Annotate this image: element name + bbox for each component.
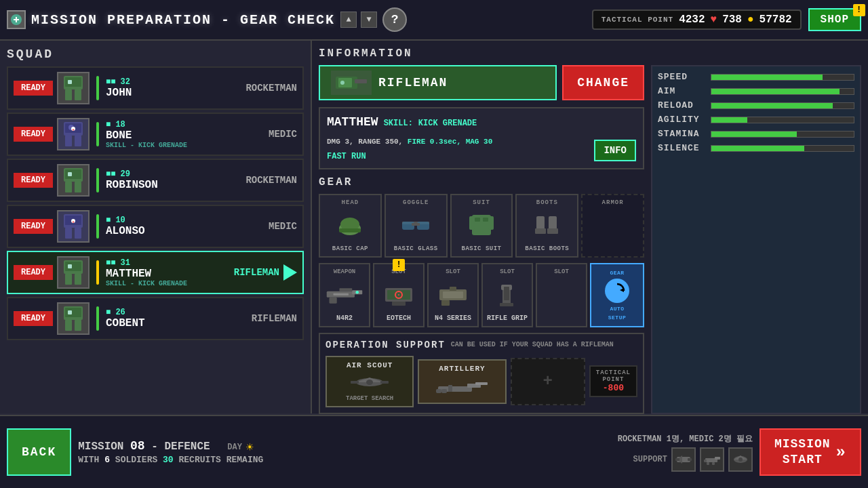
gem-value: 738: [722, 14, 742, 26]
gem-icon: ♥: [711, 14, 717, 26]
svg-rect-83: [475, 382, 488, 385]
resize-btn[interactable]: ▼: [361, 12, 377, 28]
gear-head[interactable]: HEAD BASIC CAP: [319, 194, 382, 258]
member-info-bone: ■ 18 BONE SKILL - KICK GRENADE: [106, 120, 232, 149]
tactical-point-box: TACTICAL POINT -800: [589, 365, 637, 397]
squad-member-cobent[interactable]: READY ■ 26 COBENT: [7, 297, 304, 340]
name-bone: BONE: [106, 129, 232, 142]
svg-rect-81: [441, 389, 447, 393]
stats-panel: SPEED AIM RELOAD AGILITY: [651, 65, 861, 414]
minimize-btn[interactable]: ▲: [340, 12, 357, 28]
shop-button[interactable]: SHOP !: [808, 8, 861, 31]
svg-point-37: [340, 81, 344, 85]
stat-row-silence: SILENCE: [658, 143, 854, 153]
class-alonso: MEDIC: [236, 221, 297, 232]
gear-section: GEAR HEAD: [319, 176, 644, 327]
info-button[interactable]: INFO: [594, 140, 636, 161]
svg-rect-51: [535, 228, 546, 234]
op-air-scout[interactable]: AIR SCOUT: [326, 356, 414, 407]
svg-rect-25: [65, 262, 81, 271]
ready-btn-alonso[interactable]: READY: [14, 219, 53, 234]
svg-rect-22: [65, 228, 72, 239]
svg-rect-17: [75, 182, 81, 192]
svg-rect-27: [65, 274, 72, 285]
weapon-slot-rifleg[interactable]: SLOT RIFLE GRIP: [481, 263, 533, 327]
squad-title: SQUAD: [7, 47, 304, 61]
ready-btn-matthew[interactable]: READY: [14, 265, 53, 280]
eotech-warning: !: [393, 259, 405, 271]
ready-btn-robinson[interactable]: READY: [14, 173, 53, 188]
svg-rect-14: [65, 169, 81, 179]
char-stats-text: DMG 3, RANGE 350, FIRE 0.3sec, MAG 30: [327, 136, 587, 149]
gear-armor[interactable]: ARMOR: [581, 194, 644, 258]
svg-rect-53: [547, 228, 558, 234]
svg-rect-84: [448, 385, 452, 392]
operation-support: OPERATION SUPPORT CAN BE USED IF YOUR SQ…: [319, 333, 644, 414]
weapon-slot-n4series[interactable]: SLOT N4 SERIES: [427, 263, 479, 327]
member-info-john: ■■ 32 JOHN: [106, 77, 232, 99]
svg-rect-4: [65, 89, 72, 100]
squad-member-matthew[interactable]: READY ■■ 31 MATTHEW: [7, 251, 304, 294]
svg-rect-30: [65, 308, 81, 317]
help-button[interactable]: ?: [382, 7, 407, 32]
mission-soldiers: WITH 6 SOLDIERS 30 RECRUITS REMAING: [78, 455, 611, 465]
skill-bone: SKILL - KICK GRENADE: [106, 142, 232, 149]
mission-start-button[interactable]: MISSIONSTART »: [760, 428, 861, 476]
svg-rect-64: [392, 302, 406, 306]
op-items-list: AIR SCOUT: [326, 356, 637, 407]
svg-rect-90: [704, 460, 707, 462]
avatar-bone: +: [57, 118, 90, 150]
svg-rect-11: [65, 136, 72, 146]
class-matthew: RIFLEMAN: [218, 267, 279, 278]
squad-member-bone[interactable]: READY + ■ 18: [7, 113, 304, 156]
member-info-robinson: ■■ 29 ROBINSON: [106, 169, 232, 191]
ready-btn-cobent[interactable]: READY: [14, 311, 53, 326]
weapon-slot-empty[interactable]: SLOT: [536, 263, 587, 327]
weapon-slot-eotech[interactable]: ! SLOT: [373, 263, 425, 327]
change-button[interactable]: CHANGE: [562, 65, 644, 100]
svg-rect-3: [68, 80, 72, 84]
op-artillery[interactable]: ARTILLERY: [418, 359, 506, 404]
gear-title: GEAR: [319, 176, 644, 188]
svg-rect-72: [500, 303, 513, 306]
svg-rect-2: [65, 77, 81, 87]
weapon-main[interactable]: WEAPON: [319, 263, 370, 327]
squad-member-robinson[interactable]: READY ■■ 29 ROBINSON: [7, 159, 304, 202]
svg-rect-67: [450, 287, 456, 291]
gear-suit[interactable]: SUIT BA: [450, 194, 513, 258]
squad-list: READY ■■ 32 JOHN: [7, 66, 304, 340]
mission-start-label: MISSIONSTART: [774, 436, 831, 468]
svg-rect-87: [675, 458, 679, 461]
gear-boots[interactable]: BOOTS BASIC BOOTS: [515, 194, 578, 258]
squad-member-john[interactable]: READY ■■ 32 JOHN: [7, 66, 304, 110]
level-john: ■■ 32: [106, 77, 232, 87]
svg-rect-55: [340, 288, 353, 291]
gear-auto-setup-btn[interactable]: GEAR AUTO SETUP: [590, 263, 644, 327]
avatar-john: [57, 72, 90, 104]
op-empty-slot[interactable]: +: [511, 358, 585, 405]
svg-rect-46: [475, 218, 480, 222]
stat-row-stamina: STAMINA: [658, 129, 854, 139]
name-robinson: ROBINSON: [106, 179, 232, 191]
name-john: JOHN: [106, 87, 232, 99]
stat-row-speed: SPEED: [658, 72, 854, 82]
ready-btn-john[interactable]: READY: [14, 81, 53, 96]
char-name: MATTHEW: [327, 115, 378, 129]
class-image: [331, 70, 372, 95]
back-button[interactable]: BACK: [7, 428, 71, 476]
start-chevron: »: [836, 443, 846, 462]
level-matthew: ■■ 31: [106, 258, 214, 268]
svg-rect-78: [380, 381, 389, 384]
gear-goggle[interactable]: GOGGLE BASIC GLASS: [384, 194, 448, 258]
req-text: ROCKETMAN 1명, MEDIC 2명 필요: [618, 433, 753, 445]
name-matthew: MATTHEW: [106, 268, 214, 280]
squad-member-alonso[interactable]: READY + ■ 10 ALON: [7, 205, 304, 248]
svg-rect-48: [469, 216, 475, 230]
n4series-icon: [433, 278, 473, 312]
stat-row-agility: AGILITY: [658, 115, 854, 125]
svg-rect-16: [65, 182, 72, 192]
avatar-matthew: [57, 256, 90, 289]
svg-rect-77: [351, 381, 359, 384]
svg-rect-66: [443, 291, 463, 298]
ready-btn-bone[interactable]: READY: [14, 127, 53, 142]
